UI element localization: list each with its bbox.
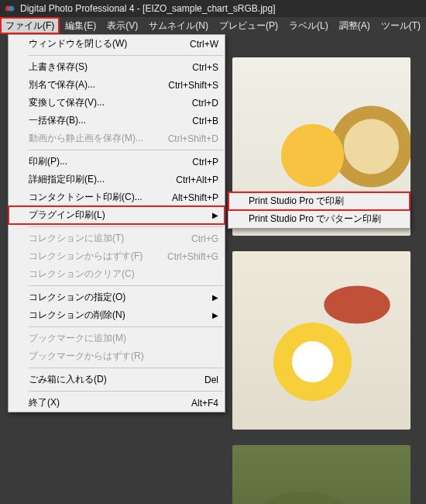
menu-accelerator: Ctrl+Shift+D	[168, 133, 218, 144]
menu-accelerator: Ctrl+G	[191, 233, 218, 244]
menu-item[interactable]: コレクションの削除(N)▶	[9, 306, 225, 324]
menu-item: ブックマークからはずす(R)	[9, 347, 225, 365]
menu-item-label: 終了(X)	[29, 396, 60, 409]
submenu-item-label: Print Studio Pro で印刷	[249, 195, 344, 208]
submenu-caret-icon: ▶	[212, 293, 218, 302]
submenu-item-label: Print Studio Pro でパターン印刷	[249, 212, 381, 226]
menu-accelerator: Ctrl+P	[192, 157, 218, 167]
menu-ファイル[interactable]: ファイル(F)	[0, 17, 60, 34]
menu-separator	[29, 326, 223, 327]
menu-item-label: コレクションに追加(T)	[29, 232, 124, 245]
menu-accelerator: Ctrl+Alt+P	[176, 174, 218, 185]
menu-調整[interactable]: 調整(A)	[334, 17, 376, 34]
menu-サムネイル[interactable]: サムネイル(N)	[143, 17, 214, 34]
submenu-caret-icon: ▶	[212, 311, 218, 319]
menu-item[interactable]: ウィンドウを閉じる(W)Ctrl+W	[9, 35, 225, 53]
menu-item: コレクションからはずす(F)Ctrl+Shift+G	[9, 247, 225, 265]
submenu-item[interactable]: Print Studio Pro でパターン印刷	[228, 210, 410, 228]
menu-item[interactable]: 別名で保存(A)...Ctrl+Shift+S	[9, 76, 225, 94]
menu-accelerator: Ctrl+Shift+G	[167, 251, 218, 262]
menu-accelerator: Ctrl+W	[190, 39, 218, 50]
menu-item[interactable]: 終了(X)Alt+F4	[9, 394, 225, 412]
thumbnail[interactable]	[232, 251, 411, 430]
menu-separator	[29, 55, 223, 56]
menu-accelerator: Alt+F4	[191, 398, 218, 409]
menu-item-label: 印刷(P)...	[29, 155, 67, 168]
plugin-print-submenu[interactable]: Print Studio Pro で印刷Print Studio Pro でパタ…	[228, 192, 411, 229]
menu-item-label: 詳細指定印刷(E)...	[29, 173, 105, 186]
window-title: Digital Photo Professional 4 - [EIZO_sam…	[20, 3, 275, 14]
app-icon	[5, 3, 15, 14]
menu-separator	[29, 226, 223, 227]
menu-item-label: コンタクトシート印刷(C)...	[29, 191, 143, 204]
menu-item-label: ごみ箱に入れる(D)	[29, 373, 107, 386]
menu-item: 動画から静止画を保存(M)...Ctrl+Shift+D	[9, 129, 225, 147]
menu-item[interactable]: 変換して保存(V)...Ctrl+D	[9, 94, 225, 112]
menu-accelerator: Ctrl+D	[192, 98, 218, 109]
menu-item[interactable]: 詳細指定印刷(E)...Ctrl+Alt+P	[9, 171, 225, 188]
menu-ラベル[interactable]: ラベル(L)	[283, 17, 334, 34]
menu-accelerator: Del	[204, 375, 218, 385]
menu-item-label: コレクションの指定(O)	[29, 291, 125, 304]
file-menu-dropdown[interactable]: ウィンドウを閉じる(W)Ctrl+W上書き保存(S)Ctrl+S別名で保存(A)…	[8, 34, 225, 413]
menu-item-label: コレクションからはずす(F)	[29, 250, 143, 263]
menu-表示[interactable]: 表示(V)	[101, 17, 143, 34]
menu-item[interactable]: 一括保存(B)...Ctrl+B	[9, 112, 225, 129]
menu-item-label: コレクションの削除(N)	[29, 309, 125, 322]
menu-item-label: ウィンドウを閉じる(W)	[29, 37, 127, 50]
menu-item: コレクションのクリア(C)	[9, 265, 225, 283]
menu-item[interactable]: プラグイン印刷(L)▶	[9, 206, 225, 224]
menu-item[interactable]: 上書き保存(S)Ctrl+S	[9, 58, 225, 76]
menu-accelerator: Ctrl+Shift+S	[168, 80, 218, 91]
thumbnail[interactable]	[232, 445, 411, 504]
titlebar: Digital Photo Professional 4 - [EIZO_sam…	[0, 0, 426, 17]
menu-item-label: ブックマークからはずす(R)	[29, 350, 144, 363]
menu-separator	[29, 150, 223, 150]
menu-separator	[29, 391, 223, 392]
menu-item[interactable]: コレクションの指定(O)▶	[9, 288, 225, 306]
menu-separator	[29, 368, 223, 368]
menu-item-label: 一括保存(B)...	[29, 114, 86, 127]
svg-point-1	[9, 6, 14, 12]
thumbnail-column	[232, 57, 411, 504]
menu-item-label: 上書き保存(S)	[29, 60, 88, 74]
menu-accelerator: Alt+Shift+P	[172, 192, 218, 203]
menu-accelerator: Ctrl+B	[192, 116, 218, 126]
menu-item: ブックマークに追加(M)	[9, 330, 225, 347]
menu-separator	[29, 285, 223, 286]
menu-accelerator: Ctrl+S	[192, 62, 218, 73]
menu-item-label: 動画から静止画を保存(M)...	[29, 132, 143, 145]
menu-item: コレクションに追加(T)Ctrl+G	[9, 230, 225, 247]
menu-ツール[interactable]: ツール(T)	[376, 17, 426, 34]
menu-item-label: プラグイン印刷(L)	[29, 209, 105, 222]
menu-item-label: ブックマークに追加(M)	[29, 332, 126, 345]
menubar[interactable]: ファイル(F)編集(E)表示(V)サムネイル(N)プレビュー(P)ラベル(L)調…	[0, 17, 426, 34]
menu-item[interactable]: ごみ箱に入れる(D)Del	[9, 371, 225, 388]
menu-item-label: コレクションのクリア(C)	[29, 268, 135, 281]
submenu-item[interactable]: Print Studio Pro で印刷	[228, 192, 410, 210]
menu-プレビュー[interactable]: プレビュー(P)	[214, 17, 283, 34]
menu-item-label: 別名で保存(A)...	[29, 78, 95, 91]
menu-item[interactable]: コンタクトシート印刷(C)...Alt+Shift+P	[9, 188, 225, 206]
submenu-caret-icon: ▶	[212, 211, 218, 219]
menu-item[interactable]: 印刷(P)...Ctrl+P	[9, 153, 225, 171]
menu-編集[interactable]: 編集(E)	[60, 17, 101, 34]
menu-item-label: 変換して保存(V)...	[29, 96, 105, 109]
